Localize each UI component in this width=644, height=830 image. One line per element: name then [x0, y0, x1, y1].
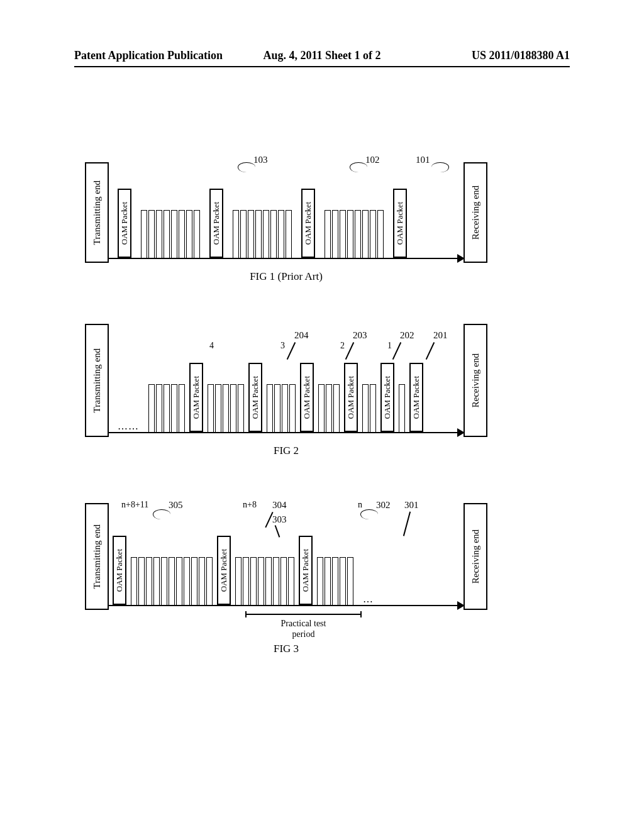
oam-packet: OAM Packet — [299, 536, 313, 605]
leader-301 — [403, 511, 411, 536]
fig2-timeline: 4 3 2 1 204 203 202 201 …… OAM Packet — [109, 324, 464, 437]
oam-packet: OAM Packet — [118, 189, 131, 258]
fig2-caption: FIG 2 — [85, 445, 487, 457]
figure-3: Transmitting end n+8+11 305 n+8 304 303 … — [85, 503, 487, 667]
arrow-line — [109, 432, 465, 433]
leader-103 — [238, 162, 255, 172]
arrow-line — [109, 258, 465, 259]
ref-101: 101 — [416, 155, 430, 165]
ref-103: 103 — [253, 155, 268, 165]
receiving-end-box: Receiving end — [464, 162, 487, 263]
ref-201: 201 — [433, 330, 448, 341]
page-header: Patent Application Publication Aug. 4, 2… — [74, 49, 570, 67]
transmitting-end-box: Transmitting end — [85, 324, 109, 437]
count-1: 1 — [387, 341, 392, 351]
fig1-timeline: 103 102 101 OAM Packet OAM Packet OAM Pa… — [109, 162, 464, 263]
seq-n: n — [358, 500, 362, 510]
fig3-diagram: Transmitting end n+8+11 305 n+8 304 303 … — [85, 503, 487, 610]
header-center: Aug. 4, 2011 Sheet 1 of 2 — [238, 49, 406, 62]
ref-302: 302 — [376, 500, 391, 511]
oam-packet: OAM Packet — [344, 363, 358, 432]
period-label: Practical test period — [281, 619, 326, 640]
figure-2: Transmitting end 4 3 2 1 204 203 202 201… — [85, 324, 487, 468]
count-4: 4 — [209, 341, 214, 351]
ref-202: 202 — [400, 330, 414, 341]
oam-packet: OAM Packet — [113, 536, 126, 605]
oam-packet: OAM Packet — [380, 363, 394, 432]
arrow-line — [109, 605, 465, 606]
leader-202 — [392, 342, 401, 360]
seq-n811: n+8+11 — [121, 500, 148, 510]
ellipsis: … — [363, 594, 374, 605]
period-bracket: Practical test period — [245, 614, 362, 640]
service-packet — [141, 210, 147, 258]
leader-204 — [287, 342, 296, 360]
leader-102 — [350, 162, 367, 172]
ref-303: 303 — [272, 514, 287, 525]
oam-packet: OAM Packet — [409, 363, 423, 432]
leader-302 — [360, 509, 378, 519]
receiving-label: Receiving end — [470, 185, 481, 240]
header-right: US 2011/0188380 A1 — [406, 49, 570, 62]
oam-packet: OAM Packet — [189, 363, 203, 432]
oam-packet: OAM Packet — [248, 363, 262, 432]
figure-1: Transmitting end 103 102 101 OAM Packet … — [85, 162, 487, 288]
fig1-packets: OAM Packet OAM Packet OAM Packet OAM Pac… — [109, 189, 464, 258]
receiving-end-box: Receiving end — [464, 324, 487, 437]
header-left: Patent Application Publication — [74, 49, 238, 62]
ref-102: 102 — [365, 155, 380, 165]
count-3: 3 — [280, 341, 285, 351]
transmitting-end-box: Transmitting end — [85, 503, 109, 610]
fig1-caption: FIG 1 (Prior Art) — [85, 270, 487, 283]
transmitting-label: Transmitting end — [92, 180, 103, 245]
oam-packet: OAM Packet — [300, 363, 314, 432]
ref-304: 304 — [272, 500, 287, 511]
fig3-packets: OAM Packet OAM Packet OAM Packet … — [109, 536, 464, 605]
leader-201 — [426, 342, 435, 360]
fig3-caption: FIG 3 — [85, 643, 487, 655]
leader-101 — [431, 162, 449, 172]
seq-n8: n+8 — [243, 500, 257, 510]
ref-301: 301 — [404, 500, 419, 511]
ref-305: 305 — [169, 500, 183, 511]
leader-203 — [345, 342, 354, 360]
fig2-diagram: Transmitting end 4 3 2 1 204 203 202 201… — [85, 324, 487, 437]
transmitting-end-box: Transmitting end — [85, 162, 109, 263]
ellipsis: …… — [118, 421, 139, 432]
count-2: 2 — [340, 341, 345, 351]
oam-packet: OAM Packet — [301, 189, 315, 258]
receiving-end-box: Receiving end — [464, 503, 487, 610]
ref-204: 204 — [294, 330, 309, 341]
fig2-packets: …… OAM Packet OAM Packet OAM Packet OAM … — [109, 363, 464, 432]
oam-packet: OAM Packet — [217, 536, 231, 605]
fig1-diagram: Transmitting end 103 102 101 OAM Packet … — [85, 162, 487, 263]
oam-packet: OAM Packet — [393, 189, 407, 258]
fig3-timeline: n+8+11 305 n+8 304 303 n 302 301 OAM Pac… — [109, 503, 464, 610]
ref-203: 203 — [353, 330, 367, 341]
oam-packet: OAM Packet — [209, 189, 223, 258]
leader-305 — [153, 509, 170, 519]
